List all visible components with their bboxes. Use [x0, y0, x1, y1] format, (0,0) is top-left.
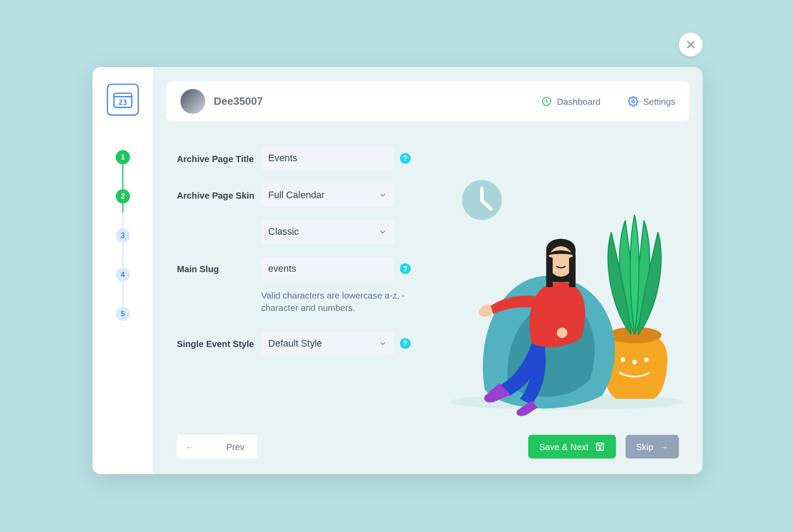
- save-icon: [594, 441, 605, 452]
- main-slug-helper: Valid characters are lowercase a-z, - ch…: [261, 289, 410, 314]
- archive-title-label: Archive Page Title: [177, 153, 255, 163]
- settings-label: Settings: [643, 96, 675, 107]
- single-style-label: Single Event Style: [177, 338, 255, 348]
- skip-button[interactable]: Skip →: [625, 435, 678, 458]
- wizard-main: Dee35007 Dashboard Settings Archive Page…: [153, 67, 703, 474]
- chevron-down-icon: [378, 339, 387, 347]
- save-next-button[interactable]: Save & Next: [528, 435, 616, 458]
- calendar-logo-icon: 23: [113, 91, 133, 108]
- archive-skin-select[interactable]: Full Calendar: [261, 183, 394, 207]
- help-icon[interactable]: ?: [400, 263, 411, 274]
- username: Dee35007: [214, 95, 263, 107]
- step-indicator: 1 2 3 4 5: [116, 150, 130, 321]
- dashboard-link[interactable]: Dashboard: [541, 96, 600, 107]
- wizard-sidebar: 23 1 2 3 4 5: [93, 67, 153, 474]
- archive-skin-label: Archive Page Skin: [177, 190, 255, 200]
- gear-icon: [628, 96, 638, 107]
- archive-skin-sub-select[interactable]: Classic: [261, 220, 394, 244]
- save-label: Save & Next: [539, 442, 589, 452]
- main-slug-input[interactable]: events: [261, 257, 394, 281]
- svg-point-10: [621, 357, 626, 362]
- step-5[interactable]: 5: [116, 307, 130, 321]
- step-1[interactable]: 1: [116, 150, 130, 164]
- prev-label: Prev: [226, 442, 245, 452]
- archive-skin-sub-value: Classic: [268, 227, 299, 237]
- main-slug-label: Main Slug: [177, 264, 255, 274]
- skip-label: Skip: [636, 442, 653, 452]
- wizard-footer: ← Prev Save & Next Skip →: [166, 435, 689, 461]
- svg-text:23: 23: [119, 98, 127, 107]
- app-logo: 23: [107, 84, 139, 116]
- step-2[interactable]: 2: [116, 189, 130, 203]
- svg-point-11: [632, 360, 637, 365]
- settings-link[interactable]: Settings: [628, 96, 675, 107]
- archive-skin-value: Full Calendar: [268, 190, 325, 200]
- step-4[interactable]: 4: [116, 267, 130, 281]
- svg-point-12: [644, 357, 649, 362]
- help-icon[interactable]: ?: [400, 338, 411, 349]
- svg-point-6: [632, 100, 634, 103]
- settings-form: Archive Page Title Events ? Archive Page…: [177, 147, 426, 435]
- dashboard-icon: [541, 96, 552, 107]
- arrow-left-icon: ←: [185, 442, 194, 452]
- setup-wizard-modal: 23 1 2 3 4 5 Dee35007: [93, 67, 703, 474]
- svg-point-16: [599, 447, 601, 449]
- topbar: Dee35007 Dashboard Settings: [166, 81, 689, 122]
- close-button[interactable]: [679, 33, 703, 56]
- single-style-value: Default Style: [268, 338, 322, 349]
- close-icon: [686, 40, 696, 49]
- avatar[interactable]: [180, 89, 205, 114]
- svg-point-13: [557, 328, 567, 338]
- chevron-down-icon: [378, 228, 387, 236]
- dashboard-label: Dashboard: [557, 96, 600, 107]
- prev-button[interactable]: ← Prev: [177, 435, 257, 458]
- arrow-right-icon: →: [660, 442, 668, 452]
- single-style-select[interactable]: Default Style: [261, 332, 394, 355]
- illustration: [444, 147, 690, 435]
- archive-title-input[interactable]: Events: [261, 147, 394, 170]
- chevron-down-icon: [378, 191, 387, 200]
- help-icon[interactable]: ?: [400, 153, 411, 164]
- step-3[interactable]: 3: [116, 229, 130, 243]
